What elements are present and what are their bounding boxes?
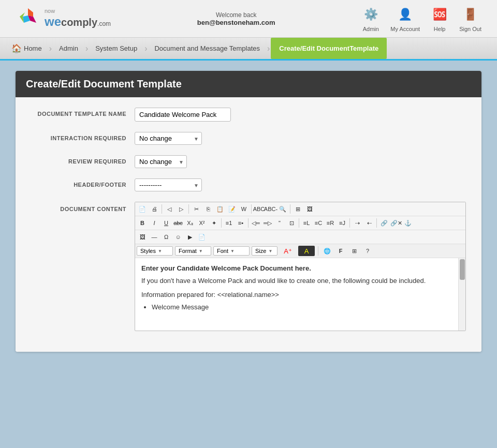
svg-marker-4: [28, 8, 33, 17]
review-required-label: REVIEW REQUIRED: [31, 155, 135, 165]
review-required-control: No change Yes No ▼: [135, 155, 466, 168]
format-f-btn[interactable]: F: [335, 246, 346, 256]
subscript-btn[interactable]: X₂: [184, 218, 196, 228]
font-color-btn[interactable]: A⁺: [280, 246, 296, 256]
paste-btn[interactable]: 📋: [214, 204, 226, 214]
outdent-btn[interactable]: ◁═: [250, 218, 261, 228]
breadcrumb-system-setup[interactable]: System Setup: [89, 38, 143, 59]
main-wrapper: Create/Edit Document Template DOCUMENT T…: [0, 61, 497, 362]
insert-special-btn[interactable]: Ω: [160, 232, 172, 242]
highlight-color-btn[interactable]: A: [298, 246, 315, 256]
breadcrumb-document-templates-label: Document and Message Templates: [154, 44, 260, 52]
sign-out-nav-item[interactable]: 🚪 Sign Out: [459, 5, 481, 32]
italic-btn[interactable]: I: [149, 218, 160, 228]
my-account-nav-item[interactable]: 👤 My Account: [390, 5, 420, 32]
editor-with-scroll: Enter your Candidate Welcome Pack Docume…: [135, 258, 465, 331]
insert-image-btn[interactable]: 🖼: [304, 204, 315, 214]
underline-btn[interactable]: U: [160, 218, 172, 228]
editor-line-1: Enter your Candidate Welcome Pack Docume…: [141, 263, 452, 274]
styles-dropdown[interactable]: Styles ▼: [137, 246, 173, 256]
link-btn[interactable]: 🔗: [378, 218, 390, 228]
logo-area: now we comply.com: [16, 6, 111, 31]
source-btn[interactable]: ⊞: [348, 246, 360, 256]
toolbar-sep-6: [248, 218, 248, 228]
font-dropdown-arrow: ▼: [230, 249, 235, 253]
rtl-btn[interactable]: ⇠: [363, 218, 375, 228]
align-justify-btn[interactable]: ≡J: [337, 218, 348, 228]
ul-btn[interactable]: ≡•: [235, 218, 246, 228]
find-replace-btn[interactable]: 🔍: [277, 204, 288, 214]
template-name-control: [135, 108, 466, 122]
ltr-btn[interactable]: ⇢: [352, 218, 363, 228]
insert-media-btn[interactable]: ▶: [184, 232, 196, 242]
spell-check2-btn[interactable]: ABC-: [265, 204, 276, 214]
unlink-btn[interactable]: 🔗✕: [390, 218, 402, 228]
bold-btn[interactable]: B: [137, 218, 148, 228]
blockquote-btn[interactable]: ": [274, 218, 285, 228]
content-box: Create/Edit Document Template DOCUMENT T…: [16, 71, 481, 352]
help-btn[interactable]: ?: [362, 246, 373, 256]
toolbar-sep-9: [376, 218, 377, 228]
editor-toolbar-row-4: Styles ▼ Format ▼ Font ▼: [135, 244, 465, 258]
insert-table-btn[interactable]: ⊞: [292, 204, 303, 214]
breadcrumb-arrow-3: ›: [144, 38, 147, 59]
insert-hr-btn[interactable]: —: [149, 232, 160, 242]
editor-scrollbar[interactable]: [458, 258, 465, 331]
breadcrumb-home[interactable]: 🏠 Home: [5, 38, 48, 59]
superscript-btn[interactable]: X²: [196, 218, 208, 228]
paste-text-btn[interactable]: 📝: [226, 204, 238, 214]
insert-image2-btn[interactable]: 🖼: [137, 232, 148, 242]
interaction-required-control: No change Yes No ▼: [135, 132, 466, 145]
align-center-btn[interactable]: ≡C: [313, 218, 324, 228]
review-required-select[interactable]: No change Yes No: [135, 155, 187, 168]
breadcrumb-admin[interactable]: Admin: [53, 38, 84, 59]
template-name-input[interactable]: [135, 108, 231, 122]
editor-toolbar-row-3: 🖼 — Ω ☺ ▶ 📄: [135, 230, 465, 244]
editor-line-3: Information prepared for: <<relational.n…: [141, 290, 452, 300]
font-dropdown[interactable]: Font ▼: [213, 246, 250, 256]
div-btn[interactable]: ⊡: [286, 218, 297, 228]
remove-format-btn[interactable]: ✦: [208, 218, 220, 228]
header-nav-icons: ⚙️ Admin 👤 My Account 🆘 Help 🚪 Sign Out: [361, 5, 481, 32]
copy-btn[interactable]: ⎘: [202, 204, 214, 214]
format-dropdown[interactable]: Format ▼: [175, 246, 211, 256]
print-btn[interactable]: 🖨: [149, 204, 160, 214]
template-name-row: DOCUMENT TEMPLATE NAME: [31, 108, 466, 122]
new-doc-btn[interactable]: 📄: [137, 204, 148, 214]
paste-word-btn[interactable]: W: [238, 204, 250, 214]
document-content-label: DOCUMENT CONTENT: [31, 202, 135, 212]
cut-btn[interactable]: ✂: [191, 204, 202, 214]
editor-area[interactable]: Enter your Candidate Welcome Pack Docume…: [135, 258, 458, 331]
header-footer-select[interactable]: ----------: [135, 178, 202, 191]
align-left-btn[interactable]: ≡L: [301, 218, 312, 228]
strikethrough-btn[interactable]: abc: [172, 218, 184, 228]
interaction-select-wrapper: No change Yes No ▼: [135, 132, 202, 145]
insert-smiley-btn[interactable]: ☺: [172, 232, 184, 242]
ol-btn[interactable]: ≡1: [223, 218, 235, 228]
breadcrumb-arrow-4: ›: [267, 38, 270, 59]
breadcrumb-document-templates[interactable]: Document and Message Templates: [148, 38, 266, 59]
template-name-label: DOCUMENT TEMPLATE NAME: [31, 108, 135, 117]
help-icon: 🆘: [430, 5, 449, 24]
interaction-required-select[interactable]: No change Yes No: [135, 132, 202, 145]
toolbar-sep-8: [349, 218, 350, 228]
header-footer-select-wrapper: ---------- ▼: [135, 178, 202, 191]
align-right-btn[interactable]: ≡R: [325, 218, 336, 228]
admin-nav-item[interactable]: ⚙️ Admin: [361, 5, 380, 32]
globe-btn[interactable]: 🌐: [321, 246, 333, 256]
anchor-btn[interactable]: ⚓: [402, 218, 414, 228]
welcome-message: Welcome back ben@benstoneham.com: [197, 11, 275, 26]
document-content-control: 📄 🖨 ◁ ▷ ✂ ⎘ 📋 📝 W ABC: [135, 202, 466, 331]
help-nav-item[interactable]: 🆘 Help: [430, 5, 449, 32]
indent-btn[interactable]: ═▷: [262, 218, 273, 228]
templates-btn[interactable]: 📄: [196, 232, 208, 242]
breadcrumb-create-edit-label: Create/Edit DocumentTemplate: [279, 44, 378, 52]
page-title: Create/Edit Document Template: [16, 71, 481, 97]
toolbar-sep-1: [162, 204, 162, 214]
redo-btn[interactable]: ▷: [176, 204, 187, 214]
breadcrumb-create-edit[interactable]: Create/Edit DocumentTemplate: [271, 38, 387, 59]
undo-btn[interactable]: ◁: [164, 204, 175, 214]
help-nav-label: Help: [434, 26, 446, 32]
size-dropdown[interactable]: Size ▼: [252, 246, 277, 256]
spell-check-btn[interactable]: ABC: [253, 204, 265, 214]
